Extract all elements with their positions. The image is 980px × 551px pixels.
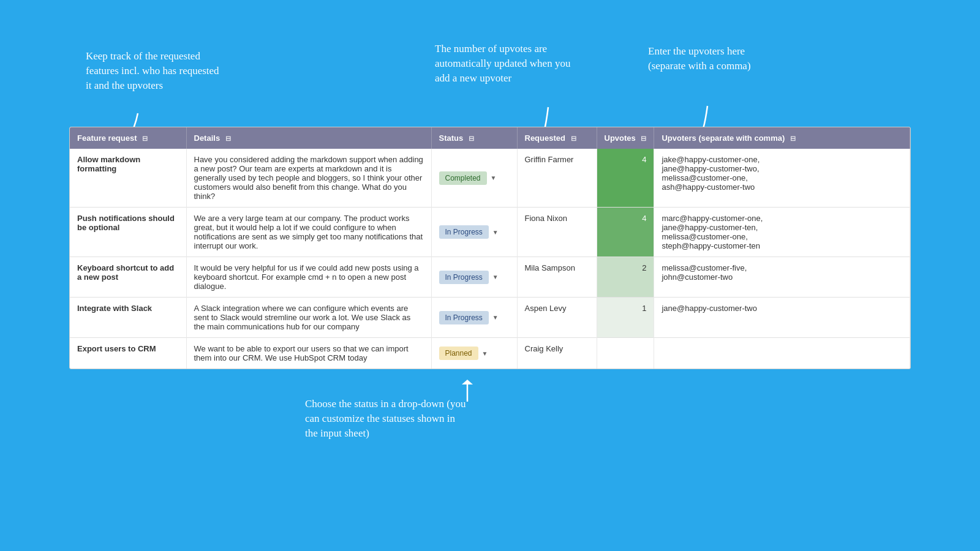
filter-icon-requested[interactable]: ⊟	[571, 135, 576, 143]
table-row: Integrate with Slack A Slack integration…	[70, 298, 910, 338]
cell-details: We want to be able to export our users s…	[186, 338, 431, 369]
cell-details: It would be very helpful for us if we co…	[186, 257, 431, 298]
cell-requested: Mila Sampson	[517, 257, 597, 298]
header-upvotes: Upvotes ⊟	[597, 127, 654, 149]
status-dropdown[interactable]: Planned ▼	[439, 347, 488, 360]
cell-upvotes: 2	[597, 257, 654, 298]
cell-details: A Slack integration where we can configu…	[186, 298, 431, 338]
cell-upvotes: 4	[597, 208, 654, 257]
cell-feature: Export users to CRM	[70, 338, 186, 369]
header-feature-request: Feature request ⊟	[70, 127, 186, 149]
cell-details: We are a very large team at our company.…	[186, 208, 431, 257]
cell-status[interactable]: In Progress ▼	[431, 257, 517, 298]
cell-upvotes: 1	[597, 298, 654, 338]
cell-status[interactable]: Planned ▼	[431, 338, 517, 369]
status-badge: In Progress	[439, 271, 489, 284]
cell-requested: Fiona Nixon	[517, 208, 597, 257]
cell-upvotes: 4	[597, 149, 654, 208]
table-row: Allow markdown formatting Have you consi…	[70, 149, 910, 208]
filter-icon-upvoters[interactable]: ⊟	[790, 135, 796, 143]
dropdown-arrow-icon[interactable]: ▼	[492, 274, 499, 280]
table-header-row: Feature request ⊟ Details ⊟ Status ⊟ Req…	[70, 127, 910, 149]
cell-upvoters	[654, 338, 910, 369]
svg-marker-4	[462, 380, 473, 384]
dropdown-arrow-icon[interactable]: ▼	[482, 350, 488, 357]
cell-feature: Push notifications should be optional	[70, 208, 186, 257]
filter-icon-details[interactable]: ⊟	[225, 135, 231, 143]
table-row: Push notifications should be optional We…	[70, 208, 910, 257]
cell-upvoters: marc@happy-customer-one, jane@happy-cust…	[654, 208, 910, 257]
status-dropdown[interactable]: In Progress ▼	[439, 225, 499, 239]
cell-upvoters: jane@happy-customer-two	[654, 298, 910, 338]
cell-details: Have you considered adding the markdown …	[186, 149, 431, 208]
cell-requested: Aspen Levy	[517, 298, 597, 338]
table-row: Keyboard shortcut to add a new post It w…	[70, 257, 910, 298]
annotation-bottom-center: Choose the status in a drop-down (you ca…	[305, 397, 466, 440]
cell-requested: Craig Kelly	[517, 338, 597, 369]
cell-feature: Allow markdown formatting	[70, 149, 186, 208]
filter-icon-feature[interactable]: ⊟	[142, 135, 148, 143]
cell-upvoters: jake@happy-customer-one, jane@happy-cust…	[654, 149, 910, 208]
cell-upvotes	[597, 338, 654, 369]
cell-status[interactable]: In Progress ▼	[431, 208, 517, 257]
status-badge: Planned	[439, 347, 478, 360]
status-dropdown[interactable]: In Progress ▼	[439, 271, 499, 284]
dropdown-arrow-icon[interactable]: ▼	[492, 229, 499, 236]
cell-status[interactable]: Completed ▼	[431, 149, 517, 208]
filter-icon-status[interactable]: ⊟	[469, 135, 474, 143]
header-upvoters: Upvoters (separate with comma) ⊟	[654, 127, 910, 149]
dropdown-arrow-icon[interactable]: ▼	[492, 314, 499, 321]
cell-status[interactable]: In Progress ▼	[431, 298, 517, 338]
status-badge: Completed	[439, 171, 487, 185]
cell-feature: Keyboard shortcut to add a new post	[70, 257, 186, 298]
status-badge: In Progress	[439, 225, 489, 239]
feature-requests-table: Feature request ⊟ Details ⊟ Status ⊟ Req…	[69, 127, 911, 369]
annotation-top-right: Enter the upvoters here (separate with a…	[648, 44, 751, 73]
status-badge: In Progress	[439, 311, 489, 324]
cell-feature: Integrate with Slack	[70, 298, 186, 338]
dropdown-arrow-icon[interactable]: ▼	[491, 174, 497, 181]
status-dropdown[interactable]: In Progress ▼	[439, 311, 499, 324]
cell-upvoters: melissa@customer-five, john@customer-two	[654, 257, 910, 298]
annotation-top-center: The number of upvotes are automatically …	[435, 42, 570, 85]
cell-requested: Griffin Farmer	[517, 149, 597, 208]
annotation-top-left: Keep track of the requested features inc…	[86, 49, 219, 92]
header-status: Status ⊟	[431, 127, 517, 149]
header-details: Details ⊟	[186, 127, 431, 149]
status-dropdown[interactable]: Completed ▼	[439, 171, 497, 185]
filter-icon-upvotes[interactable]: ⊟	[641, 135, 646, 143]
header-requested: Requested ⊟	[517, 127, 597, 149]
table-row: Export users to CRM We want to be able t…	[70, 338, 910, 369]
